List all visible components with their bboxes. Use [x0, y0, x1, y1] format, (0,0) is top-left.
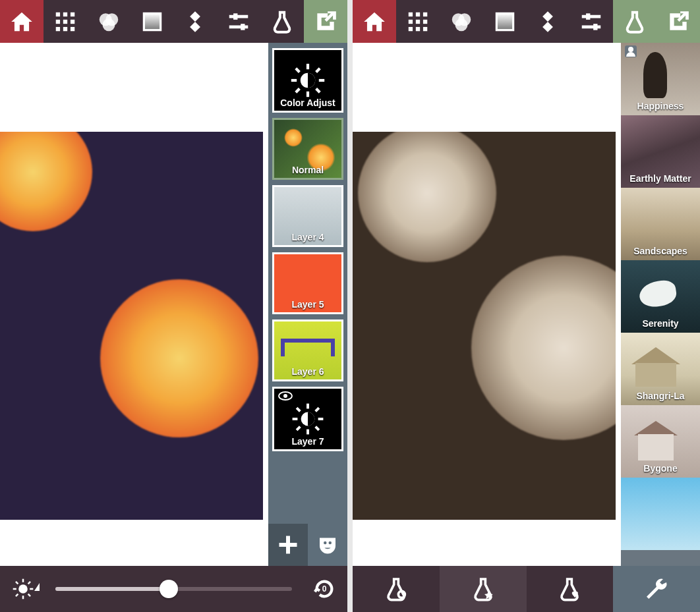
gradient-icon — [492, 9, 517, 34]
top-toolbar — [0, 0, 347, 43]
shapes-button[interactable] — [174, 0, 218, 43]
formula-label: Shangri-La — [621, 391, 700, 401]
formula-next[interactable] — [621, 478, 700, 550]
layer-7[interactable]: Layer 7 — [272, 387, 343, 451]
formula-tabs — [353, 566, 700, 612]
svg-point-54 — [455, 18, 467, 31]
shapes-button[interactable] — [527, 0, 570, 43]
svg-rect-15 — [241, 24, 245, 30]
svg-rect-12 — [144, 13, 160, 30]
formulas-panel: Happiness Earthly Matter Sandscapes Sere… — [621, 43, 700, 566]
flask-star-icon — [470, 576, 496, 602]
svg-rect-1 — [63, 12, 67, 16]
channels-icon — [449, 9, 474, 34]
mask-button[interactable] — [308, 524, 347, 566]
tab-formula-manage[interactable] — [353, 566, 440, 612]
share-button[interactable] — [304, 0, 347, 43]
brightness-button[interactable] — [0, 578, 46, 600]
brightness-icon — [291, 402, 325, 436]
layer-label: Normal — [274, 165, 341, 175]
svg-rect-0 — [56, 12, 60, 16]
texture-icon — [53, 9, 78, 34]
tab-settings[interactable] — [613, 566, 700, 612]
channels-icon — [96, 9, 121, 34]
svg-rect-51 — [423, 26, 427, 30]
formula-label: Bygone — [621, 463, 700, 474]
texture-button[interactable] — [44, 0, 87, 43]
svg-point-42 — [18, 584, 28, 594]
svg-rect-48 — [423, 19, 427, 23]
formula-happiness[interactable]: Happiness — [621, 43, 700, 115]
edited-image — [353, 132, 616, 520]
layers-panel: Color Adjust Normal Layer 4 Layer 5 Laye… — [268, 43, 347, 566]
layer-label: Color Adjust — [274, 97, 341, 108]
layer-label: Layer 4 — [274, 232, 341, 242]
flask-icon — [622, 9, 647, 34]
svg-line-30 — [316, 427, 319, 430]
svg-line-39 — [28, 594, 30, 596]
svg-rect-45 — [423, 12, 427, 16]
layer-normal[interactable]: Normal — [272, 118, 343, 180]
channels-button[interactable] — [440, 0, 483, 43]
flask-gear-icon — [383, 576, 409, 602]
reset-button[interactable]: 0 — [301, 578, 347, 600]
tab-formula-featured[interactable] — [440, 566, 527, 612]
formula-label: Happiness — [621, 101, 700, 111]
home-button[interactable] — [0, 0, 44, 43]
formula-sandscapes[interactable]: Sandscapes — [621, 188, 700, 260]
image-canvas[interactable] — [0, 132, 263, 520]
svg-rect-50 — [416, 26, 420, 30]
layer-label: Layer 6 — [274, 366, 341, 377]
formula-serenity[interactable]: Serenity — [621, 260, 700, 333]
layer-label: Layer 5 — [274, 299, 341, 310]
formula-bygone[interactable]: Bygone — [621, 405, 700, 478]
visibility-icon[interactable] — [278, 391, 293, 401]
edited-image — [0, 132, 263, 520]
svg-rect-43 — [409, 12, 413, 16]
image-canvas[interactable] — [353, 132, 616, 520]
formula-shangri-la[interactable]: Shangri-La — [621, 333, 700, 405]
sliders-button[interactable] — [217, 0, 260, 43]
mask-icon — [316, 533, 339, 557]
gradient-icon — [140, 9, 165, 34]
texture-button[interactable] — [396, 0, 440, 43]
svg-rect-49 — [409, 26, 413, 30]
svg-rect-47 — [416, 19, 420, 23]
lab-button[interactable] — [613, 0, 656, 43]
layer-color-adjust[interactable]: Color Adjust — [272, 48, 343, 113]
layer-4[interactable]: Layer 4 — [272, 185, 343, 247]
value-slider[interactable] — [55, 587, 292, 591]
add-layer-button[interactable] — [268, 524, 308, 566]
formula-label: Earthly Matter — [621, 173, 700, 184]
svg-rect-2 — [71, 12, 74, 16]
person-icon — [625, 45, 637, 57]
svg-line-41 — [16, 594, 18, 596]
svg-line-22 — [316, 69, 320, 72]
svg-rect-46 — [409, 19, 413, 23]
svg-rect-14 — [233, 13, 237, 19]
svg-line-20 — [296, 69, 300, 72]
flask-heart-icon — [556, 576, 583, 602]
sliders-button[interactable] — [569, 0, 613, 43]
svg-rect-4 — [63, 19, 67, 23]
expand-indicator-icon — [34, 583, 40, 591]
tab-formula-favorites[interactable] — [527, 566, 614, 612]
home-button[interactable] — [353, 0, 396, 43]
svg-line-21 — [316, 89, 320, 93]
layer-6[interactable]: Layer 6 — [272, 320, 343, 381]
gradient-button[interactable] — [131, 0, 174, 43]
lab-button[interactable] — [260, 0, 304, 43]
svg-line-31 — [316, 408, 319, 411]
layer-5[interactable]: Layer 5 — [272, 252, 343, 314]
svg-line-38 — [16, 582, 18, 584]
svg-line-23 — [296, 89, 300, 93]
flask-icon — [270, 9, 295, 34]
share-button[interactable] — [656, 0, 700, 43]
svg-line-29 — [297, 408, 300, 411]
gradient-button[interactable] — [483, 0, 527, 43]
slider-knob[interactable] — [160, 580, 178, 598]
formula-label: Serenity — [621, 318, 700, 329]
channels-button[interactable] — [87, 0, 131, 43]
svg-rect-3 — [56, 19, 60, 23]
formula-earthly-matter[interactable]: Earthly Matter — [621, 115, 700, 188]
